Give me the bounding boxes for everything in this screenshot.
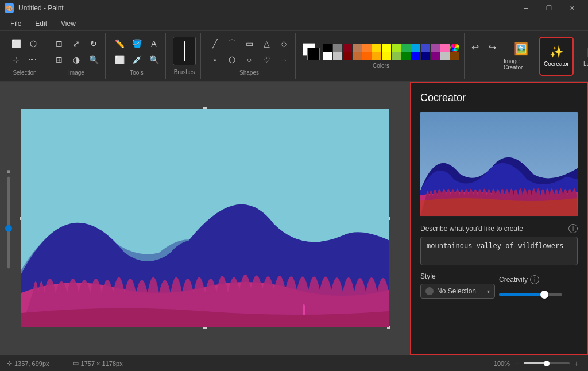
- rect-tool[interactable]: ▭: [241, 36, 257, 51]
- swatch-darkgreen[interactable]: [401, 52, 411, 60]
- colors-label: Colors: [373, 63, 389, 69]
- line-tool[interactable]: ╱: [207, 36, 223, 51]
- creativity-info-icon[interactable]: i: [530, 275, 539, 284]
- right-panel-buttons: ↩ ↪ 🖼️ Image Creator ✨ Cocreator ◫ Layer…: [467, 37, 588, 76]
- swatch-lightgreen[interactable]: [392, 52, 401, 60]
- zoom-slider-thumb[interactable]: [544, 361, 550, 366]
- swatch-lightgray[interactable]: [333, 52, 342, 60]
- swatch-darkorange[interactable]: [362, 52, 372, 60]
- style-dropdown[interactable]: No Selection ▾: [420, 284, 495, 299]
- paint-canvas[interactable]: [21, 109, 389, 327]
- app-icon: 🎨: [5, 3, 14, 13]
- eraser-tool[interactable]: ⬜: [111, 52, 127, 67]
- ellipse-tool[interactable]: ○: [241, 52, 257, 67]
- swatch-darkred[interactable]: [343, 44, 352, 52]
- swatch-blue[interactable]: [421, 44, 430, 52]
- swatch-brown[interactable]: [353, 44, 362, 52]
- menu-file[interactable]: File: [5, 18, 27, 29]
- swatch-gray[interactable]: [333, 44, 342, 52]
- tools-label: Tools: [130, 69, 143, 76]
- brush-preview[interactable]: [173, 37, 196, 65]
- canvas-area[interactable]: ≡: [0, 82, 410, 355]
- swatch-navy[interactable]: [421, 52, 430, 60]
- swatch-silver[interactable]: [440, 52, 450, 60]
- swatch-rainbow[interactable]: [450, 44, 459, 52]
- star-tool[interactable]: ⋆: [207, 52, 223, 67]
- image-creator-icon: 🖼️: [514, 42, 528, 56]
- zoom-slider[interactable]: [524, 362, 570, 364]
- slider-thumb[interactable]: [540, 291, 548, 299]
- diamond-tool[interactable]: ◇: [276, 36, 292, 51]
- resize-tool[interactable]: ⤢: [68, 36, 84, 51]
- eyedropper-tool-img[interactable]: 🔍: [86, 52, 102, 67]
- swatch-chocolate[interactable]: [450, 52, 459, 60]
- swatch-purple[interactable]: [431, 44, 440, 52]
- swatch-brightyellow[interactable]: [382, 52, 391, 60]
- cocreator-button[interactable]: ✨ Cocreator: [539, 37, 574, 76]
- swatch-orange[interactable]: [362, 44, 372, 52]
- zoom-out-button[interactable]: −: [512, 359, 521, 368]
- cocreator-icon: ✨: [550, 45, 564, 59]
- swatch-black[interactable]: [323, 44, 332, 52]
- select-free-tool[interactable]: ⬡: [25, 36, 41, 51]
- zoom-slider-vertical[interactable]: ≡: [7, 168, 10, 269]
- status-divider-1: [61, 359, 61, 368]
- heart-tool[interactable]: ♡: [258, 52, 274, 67]
- curve-tool[interactable]: ⌒: [224, 36, 240, 51]
- swatch-cyan[interactable]: [411, 44, 420, 52]
- select-all-tool[interactable]: ⊹: [8, 52, 24, 67]
- polygon-tool[interactable]: ⬡: [224, 52, 240, 67]
- v-slider-thumb[interactable]: [5, 225, 12, 232]
- zoom-controls: 100% − +: [494, 359, 581, 368]
- select-rect-tool[interactable]: ⬜: [8, 36, 24, 51]
- chevron-down-icon: ▾: [487, 288, 490, 295]
- eyedropper-tool[interactable]: 💉: [129, 52, 145, 67]
- swatch-yellow[interactable]: [382, 44, 391, 52]
- describe-info-icon[interactable]: i: [568, 224, 578, 233]
- image-creator-button[interactable]: 🖼️ Image Creator: [504, 37, 538, 76]
- text-tool[interactable]: A: [146, 36, 162, 51]
- redo-button[interactable]: ↪: [484, 40, 500, 55]
- toolbar: ⬜ ⬡ ⊹ 〰 Selection ⊡ ⤢ ↻ ⊞ ◑ 🔍 Image ✏️ 🪣…: [0, 31, 588, 82]
- swatch-pink[interactable]: [440, 44, 450, 52]
- fill-bucket-tool[interactable]: 🪣: [129, 36, 145, 51]
- zoom-percent: 100%: [494, 360, 510, 367]
- swatch-white[interactable]: [323, 52, 332, 60]
- arrow-tool[interactable]: →: [276, 52, 292, 67]
- select-lasso-tool[interactable]: 〰: [25, 52, 41, 67]
- maximize-button[interactable]: ❐: [537, 0, 560, 16]
- crop-tool[interactable]: ⊡: [51, 36, 67, 51]
- swatch-maroon[interactable]: [343, 52, 352, 60]
- dimensions-text: 1757 × 1178px: [81, 360, 123, 367]
- minimize-button[interactable]: ─: [514, 0, 537, 16]
- image-label: Image: [68, 69, 84, 76]
- undo-button[interactable]: ↩: [467, 40, 483, 55]
- preview-svg: [420, 111, 578, 217]
- fill-tool[interactable]: ⊞: [51, 52, 67, 67]
- magnify-tool[interactable]: 🔍: [146, 52, 162, 67]
- swatch-darkpurple[interactable]: [431, 52, 440, 60]
- triangle-tool[interactable]: △: [258, 36, 274, 51]
- position-text: 1357, 699px: [14, 360, 49, 367]
- swatch-sienna[interactable]: [353, 52, 362, 60]
- fg-color[interactable]: [307, 48, 320, 60]
- dimensions-indicator: ▭ 1757 × 1178px: [73, 360, 123, 367]
- pencil-tool[interactable]: ✏️: [111, 36, 127, 51]
- swatch-amber[interactable]: [372, 52, 381, 60]
- swatch-green[interactable]: [401, 44, 411, 52]
- swatch-brightblue[interactable]: [411, 52, 420, 60]
- layers-button[interactable]: ◫ Layers: [575, 37, 588, 76]
- rotate-tool[interactable]: ↻: [86, 36, 102, 51]
- menu-view[interactable]: View: [55, 18, 82, 29]
- invert-tool[interactable]: ◑: [68, 52, 84, 67]
- menu-edit[interactable]: Edit: [29, 18, 53, 29]
- zoom-in-button[interactable]: +: [572, 359, 581, 368]
- close-button[interactable]: ✕: [560, 0, 583, 16]
- describe-input[interactable]: [420, 237, 578, 265]
- color-swatches-row2: [323, 52, 459, 60]
- swatch-lime[interactable]: [392, 44, 401, 52]
- selection-label: Selection: [13, 69, 36, 76]
- swatch-gold[interactable]: [372, 44, 381, 52]
- creativity-slider[interactable]: [499, 288, 578, 296]
- shapes-group: ╱ ⌒ ▭ △ ◇ ⋆ ⬡ ○ ♡ → Shapes: [203, 33, 296, 79]
